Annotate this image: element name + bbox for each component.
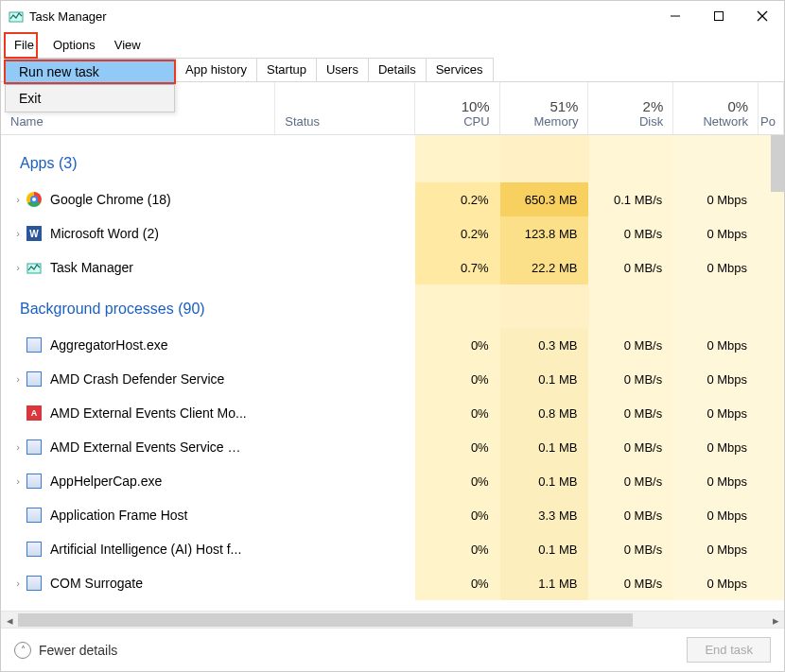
titlebar: Task Manager: [1, 1, 784, 31]
cell-memory: 0.3 MB: [500, 328, 589, 362]
cell-disk: 0 MB/s: [588, 216, 673, 250]
expand-icon[interactable]: ›: [10, 194, 26, 205]
cell-disk: 0 MB/s: [588, 328, 673, 362]
process-row[interactable]: ›AppHelperCap.exe0%0.1 MB0 MB/s0 Mbps: [1, 464, 784, 498]
fewer-details-button[interactable]: ˄ Fewer details: [14, 642, 117, 659]
tab-users[interactable]: Users: [316, 58, 369, 81]
col-cpu[interactable]: 10% CPU: [415, 82, 500, 134]
tab-startup[interactable]: Startup: [256, 58, 317, 81]
cell-disk: 0 MB/s: [588, 430, 673, 464]
minimize-button[interactable]: [654, 1, 697, 31]
close-button[interactable]: [741, 1, 784, 31]
process-row[interactable]: ›Task Manager0.7%22.2 MB0 MB/s0 Mbps: [1, 250, 784, 284]
chevron-up-icon: ˄: [14, 642, 31, 659]
menu-run-new-task[interactable]: Run new task: [6, 59, 174, 85]
cell-memory: 0.1 MB: [500, 464, 589, 498]
cell-memory: 650.3 MB: [500, 182, 589, 216]
tab-details[interactable]: Details: [368, 58, 427, 81]
cell-network: 0 Mbps: [673, 362, 759, 396]
cell-cpu: 0.2%: [415, 216, 500, 250]
menu-options[interactable]: Options: [44, 34, 105, 56]
cell-memory: 0.1 MB: [500, 362, 589, 396]
cell-memory: 3.3 MB: [500, 498, 589, 532]
window-title: Task Manager: [29, 9, 107, 24]
process-row[interactable]: Application Frame Host0%3.3 MB0 MB/s0 Mb…: [1, 498, 784, 532]
tab-app-history[interactable]: App history: [175, 58, 257, 81]
tab-services[interactable]: Services: [426, 58, 494, 81]
process-row[interactable]: ›Google Chrome (18)0.2%650.3 MB0.1 MB/s0…: [1, 182, 784, 216]
cell-disk: 0 MB/s: [588, 464, 673, 498]
process-name: COM Surrogate: [50, 576, 143, 591]
cell-network: 0 Mbps: [673, 182, 759, 216]
amd-icon: A: [26, 405, 43, 422]
expand-icon[interactable]: ›: [10, 228, 26, 239]
chrome-icon: [26, 191, 43, 208]
process-row[interactable]: Artificial Intelligence (AI) Host f...0%…: [1, 532, 784, 566]
cell-cpu: 0%: [415, 498, 500, 532]
file-dropdown: Run new task Exit: [5, 58, 175, 112]
process-name: AMD External Events Client Mo...: [50, 405, 247, 421]
vertical-scrollbar-thumb[interactable]: [771, 135, 784, 192]
cell-memory: 22.2 MB: [500, 250, 589, 284]
menubar: File Options View: [1, 31, 784, 58]
cell-network: 0 Mbps: [673, 216, 759, 250]
expand-icon[interactable]: ›: [10, 441, 26, 453]
generic-icon: [26, 473, 43, 490]
process-row[interactable]: ›COM Surrogate0%1.1 MB0 MB/s0 Mbps: [1, 566, 784, 600]
generic-icon: [26, 336, 43, 353]
process-name: Google Chrome (18): [50, 192, 171, 207]
process-row[interactable]: AggregatorHost.exe0%0.3 MB0 MB/s0 Mbps: [1, 328, 784, 362]
cell-cpu: 0%: [415, 566, 500, 600]
horizontal-scrollbar-thumb[interactable]: [18, 613, 633, 627]
process-name: Artificial Intelligence (AI) Host f...: [50, 542, 241, 557]
process-row[interactable]: ›WMicrosoft Word (2)0.2%123.8 MB0 MB/s0 …: [1, 216, 784, 250]
cell-cpu: 0%: [415, 396, 500, 430]
tm-icon: [26, 259, 43, 276]
generic-icon: [26, 370, 43, 388]
expand-icon[interactable]: ›: [10, 262, 26, 273]
cell-disk: 0 MB/s: [588, 566, 673, 600]
col-power-partial[interactable]: Po: [759, 82, 784, 134]
group-header: Apps (3): [10, 138, 84, 180]
word-icon: W: [26, 225, 43, 242]
cell-cpu: 0%: [415, 532, 500, 566]
cell-cpu: 0%: [415, 362, 500, 396]
scroll-right-icon[interactable]: ▸: [767, 612, 784, 628]
process-name: AMD Crash Defender Service: [50, 371, 224, 387]
horizontal-scrollbar[interactable]: ◂ ▸: [1, 611, 784, 628]
end-task-button[interactable]: End task: [687, 637, 771, 663]
scroll-left-icon[interactable]: ◂: [1, 612, 18, 628]
col-network[interactable]: 0% Network: [673, 82, 759, 134]
app-icon: [9, 9, 24, 24]
menu-exit[interactable]: Exit: [6, 85, 174, 112]
generic-icon: [26, 575, 43, 592]
cell-cpu: 0.7%: [415, 250, 500, 284]
footer: ˄ Fewer details End task: [1, 628, 784, 671]
cell-network: 0 Mbps: [673, 566, 759, 600]
grid-body[interactable]: Apps (3)›Google Chrome (18)0.2%650.3 MB0…: [1, 135, 784, 611]
fewer-details-label: Fewer details: [39, 643, 117, 658]
cell-disk: 0.1 MB/s: [588, 182, 673, 216]
expand-icon[interactable]: ›: [10, 475, 26, 487]
cell-network: 0 Mbps: [673, 328, 759, 362]
cell-cpu: 0.2%: [415, 182, 500, 216]
process-row[interactable]: ›AMD Crash Defender Service0%0.1 MB0 MB/…: [1, 362, 784, 396]
cell-network: 0 Mbps: [673, 464, 759, 498]
col-memory[interactable]: 51% Memory: [500, 82, 589, 134]
col-status[interactable]: Status: [275, 82, 415, 134]
cell-disk: 0 MB/s: [588, 362, 673, 396]
process-row[interactable]: AAMD External Events Client Mo...0%0.8 M…: [1, 396, 784, 430]
expand-icon[interactable]: ›: [10, 373, 26, 385]
cell-memory: 1.1 MB: [500, 566, 589, 600]
cell-network: 0 Mbps: [673, 396, 759, 430]
expand-icon[interactable]: ›: [10, 577, 26, 589]
svg-rect-2: [715, 12, 724, 21]
cell-network: 0 Mbps: [673, 430, 759, 464]
col-disk[interactable]: 2% Disk: [588, 82, 673, 134]
process-grid: ⌄ Name Status 10% CPU 51% Memory 2% Disk…: [1, 82, 784, 628]
maximize-button[interactable]: [697, 1, 741, 31]
process-row[interactable]: ›AMD External Events Service M...0%0.1 M…: [1, 430, 784, 464]
cell-disk: 0 MB/s: [588, 250, 673, 284]
menu-file[interactable]: File: [5, 34, 44, 56]
menu-view[interactable]: View: [105, 34, 150, 56]
